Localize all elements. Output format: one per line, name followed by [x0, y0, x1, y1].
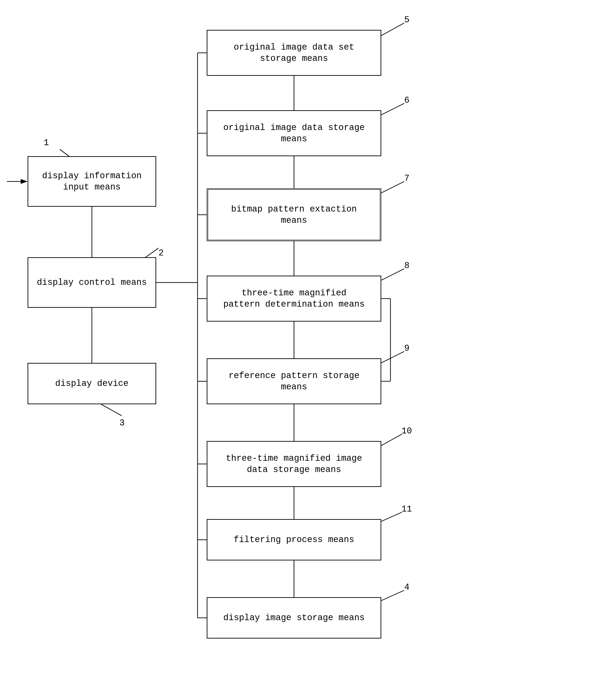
label-11: 11	[401, 504, 412, 514]
svg-line-33	[381, 512, 402, 522]
box-three-time-magnified-pattern: three-time magnifiedpattern determinatio…	[207, 275, 381, 322]
box-bitmap-pattern: bitmap pattern extactionmeans	[207, 188, 381, 241]
box-three-time-magnified-image: three-time magnified imagedata storage m…	[207, 441, 381, 487]
label-2: 2	[158, 248, 164, 258]
box-display-device: display device	[27, 363, 156, 404]
diagram: display information input means display …	[0, 0, 616, 684]
box-display-info-input: display information input means	[27, 156, 156, 207]
svg-line-29	[381, 181, 404, 193]
svg-line-27	[381, 23, 404, 36]
label-4: 4	[404, 582, 410, 592]
label-3: 3	[119, 418, 125, 428]
svg-line-30	[381, 269, 404, 280]
label-9: 9	[404, 344, 410, 353]
label-8: 8	[404, 261, 410, 270]
box-original-image-storage: original image data storagemeans	[207, 110, 381, 156]
label-5: 5	[404, 15, 410, 25]
label-6: 6	[404, 95, 410, 105]
box-display-image-storage: display image storage means	[207, 597, 381, 639]
svg-line-31	[381, 351, 404, 363]
box-reference-pattern: reference pattern storagemeans	[207, 358, 381, 404]
connector-lines	[0, 0, 616, 684]
svg-line-28	[381, 103, 404, 115]
box-display-control: display control means	[27, 257, 156, 308]
svg-line-34	[381, 590, 404, 601]
label-10: 10	[401, 426, 412, 436]
label-7: 7	[404, 173, 410, 183]
box-original-image-dataset: original image data setstorage means	[207, 30, 381, 76]
svg-line-6	[101, 404, 122, 416]
svg-line-32	[381, 434, 402, 446]
label-1: 1	[44, 138, 49, 148]
box-filtering-process: filtering process means	[207, 519, 381, 560]
